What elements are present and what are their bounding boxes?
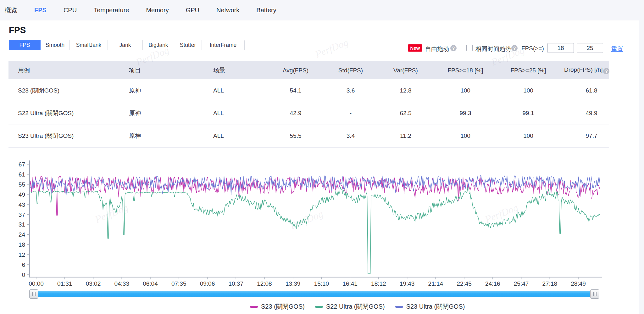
legend-item-2[interactable]: S23 Ultra (關閉GOS): [395, 302, 465, 311]
nav-item-overview-0[interactable]: 概览: [5, 6, 17, 14]
table-row-2: S23 Ultra (關閉GOS)原神ALL55.53.411.21001009…: [8, 125, 609, 147]
fps-line-chart: 676155494337312418126000:0001:3103:0204:…: [0, 157, 613, 289]
cell-r2-c6: 100: [434, 125, 497, 147]
cell-r2-c4: 3.4: [324, 125, 377, 147]
cell-r1-c6: 99.3: [434, 102, 497, 125]
y-tick-37: 37: [19, 211, 25, 218]
fps-threshold-label: FPS(>=): [521, 45, 544, 52]
cell-r0-c6: 100: [434, 79, 497, 102]
tab-stutter[interactable]: Stutter: [174, 40, 202, 50]
cell-r1-c2: ALL: [204, 102, 267, 125]
x-tick-1: 01:31: [57, 280, 72, 287]
series-line-1: [30, 187, 600, 274]
same-time-trend-checkbox[interactable]: [466, 45, 473, 51]
reset-link[interactable]: 重置: [611, 45, 623, 53]
tab-smooth[interactable]: Smooth: [41, 40, 70, 50]
nav-item-fps[interactable]: FPS: [34, 7, 47, 14]
x-tick-6: 09:06: [200, 280, 215, 287]
nav-item-cpu[interactable]: CPU: [64, 7, 77, 14]
col-header-6: FPS>=18 [%]: [434, 61, 497, 79]
x-tick-19: 28:49: [571, 280, 586, 287]
x-tick-5: 07:35: [171, 280, 186, 287]
cell-r1-c1: 原神: [123, 102, 204, 125]
x-tick-17: 25:47: [514, 280, 529, 287]
same-time-trend-label: 相同时间趋势: [475, 45, 511, 53]
tab-jank[interactable]: Jank: [108, 40, 143, 50]
top-nav: 概览FPSCPUTemperatureMemoryGPUNetworkBatte…: [0, 0, 644, 20]
cell-r2-c0: S23 Ultra (關閉GOS): [8, 125, 123, 147]
chart-legend: S23 (關閉GOS)S22 Ultra (關閉GOS)S23 Ultra (關…: [250, 302, 475, 311]
fps-low-input[interactable]: [547, 43, 574, 53]
cell-r1-c3: 42.9: [267, 102, 324, 125]
legend-label-2: S23 Ultra (關閉GOS): [406, 302, 465, 311]
y-tick-43: 43: [19, 201, 25, 208]
col-header-4: Std(FPS): [324, 61, 377, 79]
tab-fps[interactable]: FPS: [9, 40, 41, 50]
x-tick-11: 16:41: [342, 280, 358, 287]
legend-swatch-2: [395, 306, 403, 308]
fps-high-input[interactable]: [577, 43, 603, 53]
x-tick-18: 27:18: [542, 280, 558, 287]
range-slider-left-handle[interactable]: [29, 289, 38, 299]
y-tick-49: 49: [19, 191, 25, 198]
page: 概览FPSCPUTemperatureMemoryGPUNetworkBatte…: [0, 0, 644, 314]
x-tick-9: 13:39: [286, 280, 301, 287]
tab-smalljank[interactable]: SmallJank: [70, 40, 108, 50]
x-tick-10: 15:10: [314, 280, 329, 287]
x-tick-14: 21:14: [428, 280, 443, 287]
range-slider-track[interactable]: [38, 291, 590, 297]
free-drag-label: 自由拖动: [425, 45, 449, 53]
tab-bigjank[interactable]: BigJank: [143, 40, 174, 50]
x-tick-16: 24:16: [485, 280, 500, 287]
y-tick-18: 18: [19, 241, 25, 248]
col-header-3: Avg(FPS): [267, 61, 324, 79]
x-tick-4: 06:04: [143, 280, 158, 287]
nav-item-temperature[interactable]: Temperature: [94, 7, 129, 14]
cell-r0-c5: 12.8: [377, 79, 434, 102]
legend-swatch-0: [250, 306, 258, 308]
page-title: FPS: [9, 25, 26, 35]
table-header-row: 用例项目场景Avg(FPS)Std(FPS)Var(FPS)FPS>=18 [%…: [8, 61, 609, 79]
cell-r0-c8: 61.8: [560, 79, 609, 102]
cell-r0-c7: 100: [497, 79, 560, 102]
cell-r1-c8: 49.9: [560, 102, 609, 125]
legend-item-0[interactable]: S23 (關閉GOS): [250, 302, 305, 311]
free-drag-help-icon[interactable]: ?: [450, 45, 457, 51]
same-time-trend-help-icon[interactable]: ?: [511, 45, 518, 51]
page-scrollbar-track[interactable]: [639, 0, 644, 314]
y-tick-61: 61: [19, 171, 25, 178]
watermark-1: PerfDog: [314, 36, 350, 60]
cell-r2-c8: 97.7: [560, 125, 609, 147]
cell-r2-c3: 55.5: [267, 125, 324, 147]
y-tick-31: 31: [19, 221, 25, 228]
tab-interframe[interactable]: InterFrame: [202, 40, 245, 50]
x-tick-13: 19:43: [400, 280, 415, 287]
cell-r0-c0: S23 (關閉GOS): [8, 79, 123, 102]
cell-r1-c0: S22 Ultra (關閉GOS): [8, 102, 123, 125]
cell-r0-c3: 54.1: [267, 79, 324, 102]
col-header-7: FPS>=25 [%]: [497, 61, 560, 79]
drop-fps-help-icon[interactable]: ?: [603, 68, 609, 74]
legend-item-1[interactable]: S22 Ultra (關閉GOS): [315, 302, 385, 311]
y-tick-67: 67: [19, 161, 25, 168]
cell-r0-c1: 原神: [123, 79, 204, 102]
nav-item-gpu[interactable]: GPU: [186, 7, 199, 14]
legend-label-1: S22 Ultra (關閉GOS): [326, 302, 385, 311]
nav-item-memory[interactable]: Memory: [146, 7, 169, 14]
nav-item-battery[interactable]: Battery: [256, 7, 276, 14]
cell-r1-c5: 62.5: [377, 102, 434, 125]
y-tick-6: 6: [22, 261, 25, 268]
cell-r2-c1: 原神: [123, 125, 204, 147]
legend-label-0: S23 (關閉GOS): [261, 302, 305, 311]
x-tick-15: 22:45: [457, 280, 472, 287]
range-slider-right-handle[interactable]: [590, 289, 599, 299]
cell-r1-c4: -: [324, 102, 377, 125]
col-header-1: 项目: [123, 61, 204, 79]
nav-item-network[interactable]: Network: [216, 7, 239, 14]
metric-tabs: FPSSmoothSmallJankJankBigJankStutterInte…: [9, 40, 245, 50]
col-header-0: 用例: [8, 61, 123, 79]
x-tick-0: 00:00: [29, 280, 44, 287]
cell-r1-c7: 99.1: [497, 102, 560, 125]
stats-table: 用例项目场景Avg(FPS)Std(FPS)Var(FPS)FPS>=18 [%…: [8, 61, 609, 148]
y-tick-0: 0: [22, 272, 25, 278]
